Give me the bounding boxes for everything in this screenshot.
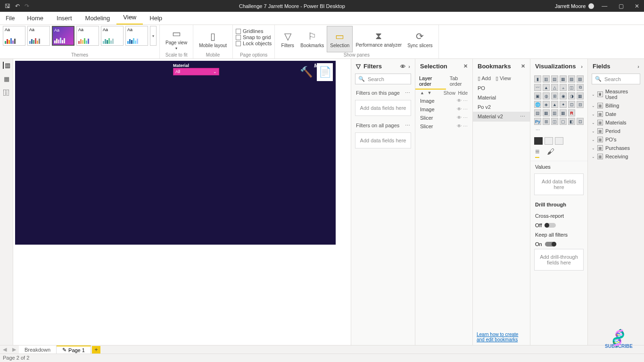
snap-checkbox[interactable]: Snap to grid: [236, 34, 272, 40]
bookmark-add-button[interactable]: ▯ Add: [478, 75, 491, 82]
viz-type-icon[interactable]: ▦: [577, 92, 584, 99]
viz-analytics-tab[interactable]: [555, 137, 563, 145]
theme-swatch[interactable]: Aa: [27, 26, 50, 46]
viz-type-icon[interactable]: ▥: [543, 75, 550, 82]
more-icon[interactable]: ⋯: [520, 114, 525, 120]
viz-type-icon[interactable]: ▣: [534, 92, 541, 99]
user-name[interactable]: Jarrett Moore: [555, 3, 586, 9]
bookmark-item[interactable]: Material: [473, 93, 530, 102]
visibility-icon[interactable]: 👁 ⋯: [457, 107, 468, 112]
field-table[interactable]: ⌄▦Date: [588, 110, 644, 118]
selection-item[interactable]: Image👁 ⋯: [415, 97, 472, 105]
reorder-arrows[interactable]: ▲ ▼: [420, 90, 432, 96]
viz-more-icon[interactable]: ⋯: [534, 126, 541, 133]
viz-type-icon[interactable]: ◫: [551, 118, 558, 125]
filters-page-dropzone[interactable]: Add data fields here: [355, 100, 411, 116]
fields-well-icon[interactable]: ≡: [535, 148, 539, 158]
bookmarks-help-link[interactable]: Learn how to create and edit bookmarks: [477, 332, 526, 342]
selection-item[interactable]: Slicer👁 ⋯: [415, 122, 472, 131]
page-prev-icon[interactable]: ◀: [0, 346, 9, 353]
format-brush-icon[interactable]: 🖌: [547, 148, 554, 158]
themes-more-icon[interactable]: ▾: [150, 26, 157, 46]
layer-order-tab[interactable]: Layer order: [415, 74, 446, 90]
theme-swatch[interactable]: Aa: [3, 26, 25, 46]
lock-checkbox[interactable]: Lock objects: [236, 41, 272, 46]
sync-slicers-button[interactable]: ⟳Sync slicers: [405, 26, 435, 52]
viz-type-icon[interactable]: ◫: [568, 84, 575, 91]
viz-gallery[interactable]: ▮▥▤▦▧▨ 〰▲△⟁◫⧉ ▣◍⊞◉◑▦ 🌐◈▲✦⊡⊟ ▤▦▥▦R Py⊞◫▢◧…: [530, 74, 587, 135]
bookmark-item[interactable]: PO: [473, 83, 530, 93]
viz-fields-tab[interactable]: [534, 137, 543, 145]
close-icon[interactable]: ✕: [521, 63, 525, 69]
perf-analyzer-button[interactable]: ⧗Performance analyzer: [353, 26, 405, 52]
tab-order-tab[interactable]: Tab order: [446, 74, 472, 90]
add-page-button[interactable]: +: [92, 346, 100, 354]
viz-type-icon[interactable]: ⧉: [577, 84, 584, 91]
bookmarks-pane-button[interactable]: ⚐Bookmarks: [297, 26, 327, 52]
mobile-layout-button[interactable]: ▯Mobile layout: [196, 26, 230, 52]
bookmark-view-button[interactable]: ▯ View: [495, 75, 511, 82]
viz-type-icon[interactable]: ▧: [568, 75, 575, 82]
viz-type-icon[interactable]: ▲: [543, 84, 550, 91]
model-view-icon[interactable]: ⿲: [3, 89, 9, 96]
viz-type-icon[interactable]: Py: [534, 118, 541, 125]
report-view-icon[interactable]: ▥: [3, 62, 10, 69]
fields-search[interactable]: 🔍Search: [592, 74, 640, 84]
viz-type-icon[interactable]: ⊡: [577, 118, 584, 125]
field-table[interactable]: ⌄▦Receiving: [588, 152, 644, 161]
theme-swatch-selected[interactable]: Aa: [52, 26, 74, 46]
show-all-button[interactable]: Show: [444, 90, 455, 96]
viz-type-icon[interactable]: ◈: [543, 101, 550, 108]
undo-icon[interactable]: ↶: [15, 3, 20, 9]
viz-type-icon[interactable]: ✦: [560, 101, 567, 108]
minimize-icon[interactable]: —: [597, 3, 612, 9]
viz-type-icon[interactable]: ⊞: [543, 118, 550, 125]
theme-swatch[interactable]: Aa: [101, 26, 124, 46]
page-tab-active[interactable]: ✎Page 1: [57, 346, 91, 354]
slicer-material[interactable]: Material All⌄: [173, 63, 219, 75]
keep-filters-toggle[interactable]: On: [530, 240, 587, 248]
cross-report-toggle[interactable]: Off: [530, 222, 587, 229]
page-next-icon[interactable]: ▶: [9, 346, 19, 353]
viz-type-icon[interactable]: ▦: [560, 75, 567, 82]
viz-type-icon[interactable]: ⊞: [551, 92, 558, 99]
field-table[interactable]: ⌄▦Period: [588, 127, 644, 135]
redo-icon[interactable]: ↷: [25, 3, 29, 9]
viz-type-icon[interactable]: ▨: [577, 75, 584, 82]
slicer-dropdown[interactable]: All⌄: [173, 68, 219, 75]
viz-type-icon[interactable]: ⊟: [577, 101, 584, 108]
filters-all-dropzone[interactable]: Add data fields here: [355, 132, 411, 148]
document-icon[interactable]: 📄: [317, 63, 333, 81]
viz-type-icon[interactable]: R: [568, 109, 575, 116]
collapse-icon[interactable]: ›: [637, 64, 639, 69]
menu-home[interactable]: Home: [20, 12, 50, 25]
viz-type-icon[interactable]: ◉: [560, 92, 567, 99]
menu-file[interactable]: File: [0, 12, 20, 25]
maximize-icon[interactable]: ▢: [614, 3, 628, 9]
field-table[interactable]: ⌄▦Materials: [588, 118, 644, 127]
filters-pane-button[interactable]: ▽Filters: [278, 26, 297, 52]
field-table[interactable]: ⌄▦Purchases: [588, 144, 644, 152]
viz-type-icon[interactable]: ▲: [551, 101, 558, 108]
bookmark-item[interactable]: Po v2: [473, 102, 530, 112]
save-icon[interactable]: 🖫: [5, 3, 10, 9]
viz-type-icon[interactable]: ◑: [568, 92, 575, 99]
collapse-icon[interactable]: ›: [408, 64, 410, 69]
close-icon[interactable]: ✕: [463, 63, 468, 69]
report-canvas[interactable]: Material All⌄ Material 🔨 📄: [15, 61, 336, 245]
viz-type-icon[interactable]: ▦: [560, 109, 567, 116]
close-icon[interactable]: ✕: [630, 3, 644, 9]
menu-insert[interactable]: Insert: [50, 12, 79, 25]
hammer-icon[interactable]: 🔨: [298, 63, 314, 81]
values-dropzone[interactable]: Add data fields here: [534, 173, 584, 195]
avatar[interactable]: [588, 3, 594, 9]
eye-icon[interactable]: 👁: [400, 64, 405, 69]
data-view-icon[interactable]: ▦: [4, 75, 9, 82]
viz-format-tab[interactable]: [545, 137, 553, 145]
theme-swatch[interactable]: Aa: [76, 26, 99, 46]
collapse-icon[interactable]: ›: [581, 64, 583, 69]
viz-type-icon[interactable]: ⊡: [568, 101, 575, 108]
visibility-icon[interactable]: 👁 ⋯: [457, 98, 468, 104]
selection-pane-button[interactable]: ▭Selection: [327, 26, 353, 52]
menu-modeling[interactable]: Modeling: [79, 12, 117, 25]
